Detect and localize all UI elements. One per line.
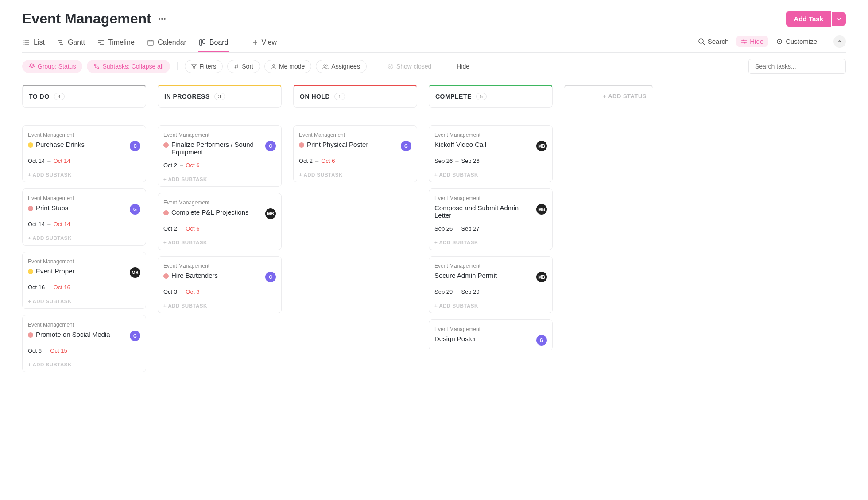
add-view-button[interactable]: View [251, 34, 278, 52]
hide-toggle[interactable]: Hide [736, 36, 768, 47]
add-subtask-button[interactable]: + ADD SUBTASK [434, 240, 547, 245]
collapse-button[interactable] [833, 35, 846, 48]
add-subtask-button[interactable]: + ADD SUBTASK [299, 172, 411, 177]
view-tab-list[interactable]: List [22, 34, 46, 52]
show-closed-toggle[interactable]: Show closed [381, 60, 438, 73]
add-subtask-button[interactable]: + ADD SUBTASK [163, 303, 276, 308]
column-header[interactable]: ON HOLD 1 [293, 85, 417, 108]
customize-button[interactable]: Customize [776, 38, 817, 45]
add-task-button[interactable]: Add Task [786, 11, 831, 27]
assignee-avatar[interactable]: MB [536, 141, 547, 151]
subtask-icon [93, 63, 100, 69]
add-subtask-button[interactable]: + ADD SUBTASK [434, 172, 547, 177]
avatar-initials: C [269, 144, 272, 149]
more-icon[interactable]: ••• [159, 15, 167, 23]
filters-pill[interactable]: Filters [185, 60, 223, 73]
task-card[interactable]: Event Management Design Poster G [429, 319, 553, 350]
task-card[interactable]: Event Management Hire Bartenders C Oct 3… [158, 256, 282, 313]
task-card[interactable]: Event Management Compose and Submit Admi… [429, 188, 553, 250]
card-dates: Oct 3 – Oct 3 [163, 288, 276, 295]
assignee-avatar[interactable]: G [401, 141, 411, 151]
svg-point-5 [24, 44, 25, 45]
column-count: 1 [334, 93, 345, 100]
task-card[interactable]: Event Management Event Proper MB Oct 16 … [22, 252, 146, 309]
task-card[interactable]: Event Management Complete P&L Projection… [158, 193, 282, 250]
assignee-avatar[interactable]: C [130, 141, 140, 151]
svg-point-23 [743, 39, 744, 41]
date-start: Oct 6 [28, 347, 42, 354]
card-dates: Sep 29 – Sep 29 [434, 288, 547, 295]
assignee-avatar[interactable]: MB [536, 204, 547, 215]
add-subtask-button[interactable]: + ADD SUBTASK [28, 172, 140, 177]
card-title: Event Proper [36, 267, 75, 275]
add-subtask-button[interactable]: + ADD SUBTASK [28, 299, 140, 304]
assignee-avatar[interactable]: C [265, 272, 276, 282]
assignees-pill[interactable]: Assignees [316, 60, 367, 73]
view-tab-label: List [34, 38, 45, 46]
assignee-avatar[interactable]: MB [536, 272, 547, 282]
task-card[interactable]: Event Management Secure Admin Permit MB … [429, 256, 553, 313]
search-label: Search [708, 38, 729, 45]
assignee-avatar[interactable]: MB [130, 267, 140, 278]
task-card[interactable]: Event Management Purchase Drinks C Oct 1… [22, 125, 146, 182]
assignee-avatar[interactable]: MB [265, 208, 276, 219]
svg-point-29 [97, 67, 99, 69]
view-tab-calendar[interactable]: Calendar [146, 34, 187, 52]
view-tab-timeline[interactable]: Timeline [97, 34, 136, 52]
sort-pill[interactable]: Sort [227, 60, 260, 73]
avatar-initials: MB [538, 275, 545, 280]
add-status-button[interactable]: + ADD STATUS [564, 85, 653, 107]
add-subtask-button[interactable]: + ADD SUBTASK [28, 362, 140, 367]
priority-dot [28, 142, 33, 148]
me-mode-pill[interactable]: Me mode [264, 60, 311, 73]
card-project: Event Management [163, 132, 276, 138]
svg-point-25 [744, 42, 746, 43]
date-sep: – [315, 158, 318, 164]
group-pill[interactable]: Group: Status [22, 60, 82, 73]
priority-dot [163, 142, 169, 148]
add-task-dropdown[interactable] [832, 12, 846, 26]
task-card[interactable]: Event Management Print Physical Poster G… [293, 125, 417, 182]
column-header[interactable]: TO DO 4 [22, 85, 146, 108]
assignee-avatar[interactable]: C [265, 141, 276, 151]
person-icon [271, 64, 276, 69]
avatar-initials: G [540, 338, 543, 343]
svg-rect-7 [59, 42, 62, 43]
card-title: Hire Bartenders [171, 272, 218, 279]
card-dates: Sep 26 – Sep 26 [434, 158, 547, 164]
date-start: Sep 26 [434, 158, 453, 164]
task-card[interactable]: Event Management Kickoff Video Call MB S… [429, 125, 553, 182]
view-tab-board[interactable]: Board [198, 34, 229, 52]
task-card[interactable]: Event Management Promote on Social Media… [22, 315, 146, 372]
assignee-avatar[interactable]: G [536, 335, 547, 346]
subtasks-pill[interactable]: Subtasks: Collapse all [87, 60, 170, 73]
assignees-label: Assignees [331, 63, 360, 70]
cards-list: Event Management Purchase Drinks C Oct 1… [22, 125, 146, 372]
assignee-avatar[interactable]: G [130, 204, 140, 215]
card-project: Event Management [434, 132, 547, 138]
add-subtask-button[interactable]: + ADD SUBTASK [28, 235, 140, 241]
date-end: Sep 27 [461, 225, 479, 232]
add-subtask-button[interactable]: + ADD SUBTASK [163, 177, 276, 182]
add-view-label: View [262, 38, 277, 46]
card-dates: Oct 6 – Oct 15 [28, 347, 140, 354]
assignee-avatar[interactable]: G [130, 331, 140, 341]
date-end: Oct 15 [50, 347, 67, 354]
date-start: Oct 2 [163, 162, 177, 169]
task-card[interactable]: Event Management Finalize Performers / S… [158, 125, 282, 187]
card-project: Event Management [434, 326, 547, 332]
svg-point-20 [699, 39, 703, 43]
card-title: Complete P&L Projections [171, 208, 249, 216]
add-subtask-button[interactable]: + ADD SUBTASK [434, 303, 547, 308]
view-tab-gantt[interactable]: Gantt [56, 34, 86, 52]
search-button[interactable]: Search [698, 38, 729, 45]
column-header[interactable]: IN PROGRESS 3 [158, 85, 282, 108]
priority-dot [28, 332, 33, 338]
card-project: Event Management [28, 132, 140, 138]
column-header[interactable]: COMPLETE 5 [429, 85, 553, 108]
hide-button[interactable]: Hide [452, 60, 474, 73]
search-tasks-input[interactable] [748, 59, 846, 74]
task-card[interactable]: Event Management Print Stubs G Oct 14 – … [22, 188, 146, 246]
divider [374, 62, 374, 70]
add-subtask-button[interactable]: + ADD SUBTASK [163, 240, 276, 245]
